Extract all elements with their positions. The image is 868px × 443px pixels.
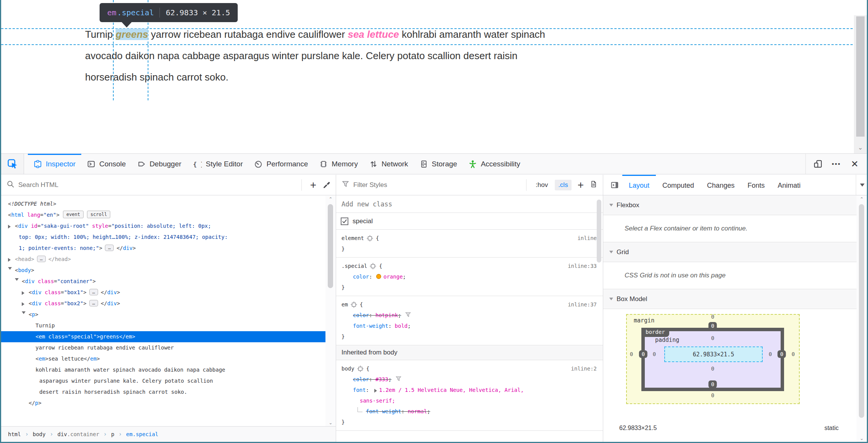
expand-value-icon[interactable] [374, 389, 379, 393]
print-media-simulation-button[interactable] [590, 180, 597, 190]
rules-scrollbar[interactable] [595, 196, 603, 442]
rule-selector[interactable]: element [341, 233, 364, 243]
tab-storage[interactable]: Storage [414, 154, 463, 174]
eyedropper-button[interactable] [322, 180, 330, 190]
padding-top-value[interactable]: 0 [711, 335, 714, 341]
markup-node[interactable]: top: 0px; width: 100%; height…100%; z-in… [1, 232, 325, 243]
css-declaration[interactable]: color: hotpink; [336, 310, 603, 321]
markup-node[interactable]: kohlrabi amaranth water spinach avocado … [1, 364, 325, 375]
css-property-name[interactable]: font-weight [366, 408, 401, 414]
node-picker-button[interactable] [1, 154, 24, 174]
twisty-expanded-icon[interactable] [8, 265, 15, 276]
markup-node[interactable]: <div class="box2">…</div> [1, 298, 325, 309]
margin-bottom-value[interactable]: 0 [711, 392, 714, 398]
css-property-value[interactable]: hotpink [375, 312, 398, 318]
rule-location-link[interactable]: inline:33 [568, 261, 597, 271]
event-badge[interactable]: event [63, 211, 84, 218]
css-declaration[interactable]: font-weight: bold; [336, 321, 603, 331]
search-html-input[interactable] [18, 181, 295, 189]
markup-node[interactable]: desert raisin horseradish spinach carrot… [1, 387, 325, 398]
padding-left-value[interactable]: 0 [653, 351, 656, 357]
markup-node[interactable]: <div class="box1">…</div> [1, 287, 325, 298]
css-property-value[interactable]: bold [395, 323, 408, 329]
responsive-design-mode-button[interactable] [809, 154, 827, 174]
page-scrollbar-down-arrow[interactable]: ⌄ [854, 144, 867, 151]
tab-style-editor[interactable]: { }Style Editor [187, 154, 248, 174]
padding-bottom-value[interactable]: 0 [711, 366, 714, 372]
tab-console[interactable]: Console [81, 154, 132, 174]
tab-performance[interactable]: Performance [248, 154, 314, 174]
css-property-name[interactable]: color [353, 312, 369, 318]
markup-node[interactable]: yarrow ricebean rutabaga endive cauliflo… [1, 342, 325, 353]
tab-accessibility[interactable]: Accessibility [463, 154, 526, 174]
markup-scrollbar-down-arrow[interactable]: ⌄ [325, 420, 336, 425]
border-left-value[interactable]: 0 [639, 350, 647, 358]
selector-highlighter-icon[interactable] [370, 263, 376, 269]
color-swatch[interactable] [376, 274, 381, 279]
css-property-name[interactable]: color [353, 274, 369, 280]
selector-highlighter-icon[interactable] [367, 235, 373, 242]
rule-selector[interactable]: .special [341, 261, 367, 271]
class-panel-button[interactable]: .cls [555, 180, 572, 190]
css-property-value[interactable]: 1.2em / 1.5 Helvetica Neue, Helvetica, A… [379, 387, 524, 393]
twisty-expanded-icon[interactable] [15, 276, 22, 287]
markup-node[interactable]: <div id="saka-gui-root" style="position:… [1, 221, 325, 232]
tab-inspector[interactable]: Inspector [28, 154, 81, 174]
markup-scrollbar-thumb[interactable] [328, 204, 333, 288]
add-rule-button[interactable]: + [575, 180, 586, 190]
tab-changes[interactable]: Changes [701, 175, 741, 195]
tab-layout[interactable]: Layout [622, 175, 656, 195]
tab-animati[interactable]: Animati [771, 175, 807, 195]
tab-memory[interactable]: Memory [314, 154, 364, 174]
markup-node[interactable]: <em class="special">greens</em> [1, 331, 325, 342]
rule-location-link[interactable]: inline:2 [571, 363, 597, 374]
class-checkbox[interactable] [341, 217, 348, 225]
breadcrumb-item-em.special[interactable]: em.special [126, 431, 158, 437]
twisty-collapsed-icon[interactable] [22, 287, 29, 298]
css-property-name[interactable]: font-weight [353, 323, 388, 329]
markup-node[interactable]: <body> [1, 265, 325, 276]
markup-node[interactable]: <head>…</head> [1, 254, 325, 265]
twisty-collapsed-icon[interactable] [22, 298, 29, 309]
meatball-menu-button[interactable]: ••• [827, 154, 845, 174]
css-value-continuation[interactable]: sans-serif; [336, 395, 603, 406]
breadcrumb-item-html[interactable]: html [8, 431, 21, 437]
rule-location-link[interactable]: inline:37 [568, 299, 597, 310]
markup-node[interactable]: </p> [1, 398, 325, 409]
markup-node[interactable]: <p> [1, 309, 325, 320]
rule-selector[interactable]: body [341, 363, 354, 374]
css-property-name[interactable]: font [353, 387, 366, 393]
twisty-collapsed-icon[interactable] [8, 254, 15, 265]
layout-scrollbar[interactable]: ⌃ ⌄ [857, 196, 867, 442]
css-property-value[interactable]: #333 [375, 376, 388, 382]
padding-right-value[interactable]: 0 [769, 351, 772, 357]
flexbox-section-header[interactable]: Flexbox [603, 195, 867, 215]
filter-styles-input[interactable] [353, 181, 520, 189]
pseudo-class-button[interactable]: :hov [533, 180, 551, 190]
markup-node[interactable]: 1; pointer-events: none;">…</div> [1, 243, 325, 254]
layout-scrollbar-up-arrow[interactable]: ⌃ [857, 197, 867, 202]
css-property-value[interactable]: normal [408, 408, 427, 414]
margin-top-value[interactable]: 0 [711, 314, 714, 320]
add-node-button[interactable]: + [308, 180, 319, 190]
markup-node[interactable]: <html lang="en">eventscroll [1, 209, 325, 221]
box-model-section-header[interactable]: Box Model [603, 289, 867, 309]
tab-computed[interactable]: Computed [656, 175, 701, 195]
twisty-collapsed-icon[interactable] [8, 221, 15, 232]
breadcrumb-item-p[interactable]: p [111, 431, 114, 437]
rule-location-link[interactable]: inline [577, 233, 597, 243]
overridden-filter-icon[interactable] [391, 376, 402, 382]
markup-node[interactable]: asparagus winter purslane kale. Celery p… [1, 375, 325, 387]
css-declaration[interactable]: color: orange; [336, 271, 603, 282]
rule-selector[interactable]: em [341, 299, 348, 310]
add-new-class-input[interactable] [341, 200, 597, 208]
selector-highlighter-icon[interactable] [357, 366, 364, 372]
close-devtools-button[interactable]: ✕ [845, 154, 864, 174]
selector-highlighter-icon[interactable] [351, 301, 357, 308]
expand-ellipsis[interactable]: … [37, 256, 46, 262]
grid-section-header[interactable]: Grid [603, 242, 867, 262]
tab-fonts[interactable]: Fonts [741, 175, 771, 195]
expand-ellipsis[interactable]: … [105, 245, 114, 251]
expand-ellipsis[interactable]: … [89, 289, 98, 295]
tab-debugger[interactable]: Debugger [132, 154, 187, 174]
